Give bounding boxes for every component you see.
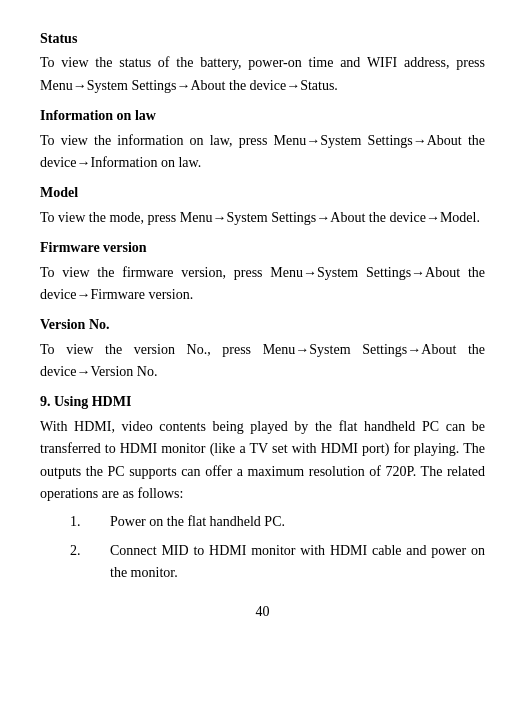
page-number: 40 bbox=[40, 601, 485, 623]
list-item: 1. Power on the flat handheld PC. bbox=[70, 511, 485, 533]
model-heading: Model bbox=[40, 182, 485, 204]
model-body: To view the mode, press Menu→System Sett… bbox=[40, 207, 485, 229]
list-text-2: Connect MID to HDMI monitor with HDMI ca… bbox=[110, 540, 485, 585]
list-number-2: 2. bbox=[70, 540, 90, 585]
firmware-heading: Firmware version bbox=[40, 237, 485, 259]
version-heading: Version No. bbox=[40, 314, 485, 336]
hdmi-list: 1. Power on the flat handheld PC. 2. Con… bbox=[70, 511, 485, 584]
hdmi-body: With HDMI, video contents being played b… bbox=[40, 416, 485, 506]
info-law-heading: Information on law bbox=[40, 105, 485, 127]
status-heading: Status bbox=[40, 28, 485, 50]
info-law-body: To view the information on law, press Me… bbox=[40, 130, 485, 175]
list-text-1: Power on the flat handheld PC. bbox=[110, 511, 285, 533]
list-item: 2. Connect MID to HDMI monitor with HDMI… bbox=[70, 540, 485, 585]
version-body: To view the version No., press Menu→Syst… bbox=[40, 339, 485, 384]
hdmi-heading: 9. Using HDMI bbox=[40, 391, 485, 413]
list-number-1: 1. bbox=[70, 511, 90, 533]
status-body: To view the status of the battery, power… bbox=[40, 52, 485, 97]
firmware-body: To view the firmware version, press Menu… bbox=[40, 262, 485, 307]
